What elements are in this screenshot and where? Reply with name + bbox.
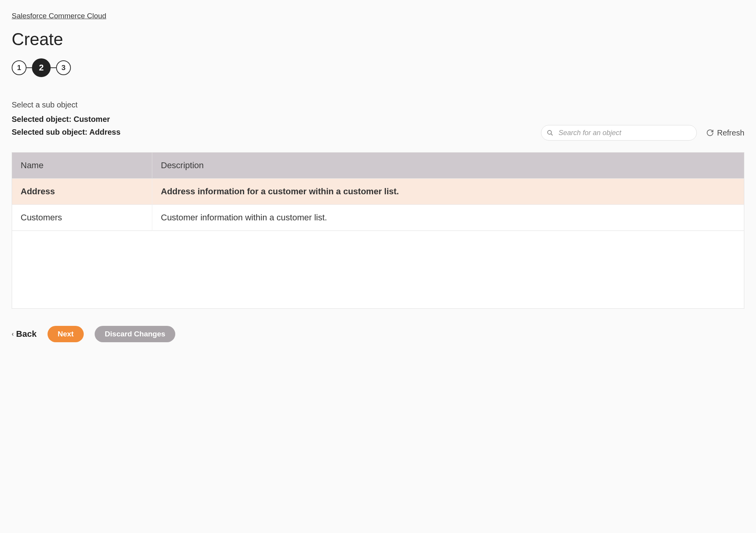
objects-table: Name Description Address Address informa… — [12, 152, 744, 231]
cell-description: Address information for a customer withi… — [152, 179, 744, 205]
step-2-circle[interactable]: 2 — [32, 58, 51, 77]
breadcrumb-link[interactable]: Salesforce Commerce Cloud — [12, 12, 106, 20]
instruction-subtitle: Select a sub object — [12, 100, 541, 109]
table-header-description[interactable]: Description — [152, 153, 744, 179]
chevron-left-icon: ‹ — [12, 331, 14, 338]
back-label: Back — [16, 329, 37, 339]
table-empty-region — [12, 231, 744, 309]
footer-actions: ‹ Back Next Discard Changes — [12, 326, 744, 342]
table-header-name[interactable]: Name — [12, 153, 152, 179]
search-wrapper — [541, 125, 697, 141]
cell-name: Address — [12, 179, 152, 205]
discard-changes-button[interactable]: Discard Changes — [95, 326, 175, 342]
selected-object-label: Selected object: Customer — [12, 115, 541, 124]
selected-sub-object-label: Selected sub object: Address — [12, 128, 541, 137]
step-line — [26, 67, 32, 68]
refresh-icon — [706, 129, 714, 137]
step-1-circle[interactable]: 1 — [12, 60, 26, 75]
table-row[interactable]: Customers Customer information within a … — [12, 205, 744, 231]
next-button[interactable]: Next — [48, 326, 84, 342]
svg-point-0 — [548, 130, 552, 134]
back-button[interactable]: ‹ Back — [12, 329, 37, 339]
cell-description: Customer information within a customer l… — [152, 205, 744, 231]
search-input[interactable] — [541, 125, 697, 141]
search-icon — [546, 129, 553, 136]
step-3-circle[interactable]: 3 — [56, 60, 71, 75]
svg-line-1 — [551, 134, 553, 135]
refresh-label: Refresh — [717, 128, 744, 137]
cell-name: Customers — [12, 205, 152, 231]
table-row[interactable]: Address Address information for a custom… — [12, 179, 744, 205]
refresh-button[interactable]: Refresh — [706, 128, 744, 137]
step-line — [51, 67, 56, 68]
page-title: Create — [12, 30, 744, 49]
stepper: 1 2 3 — [12, 58, 744, 77]
